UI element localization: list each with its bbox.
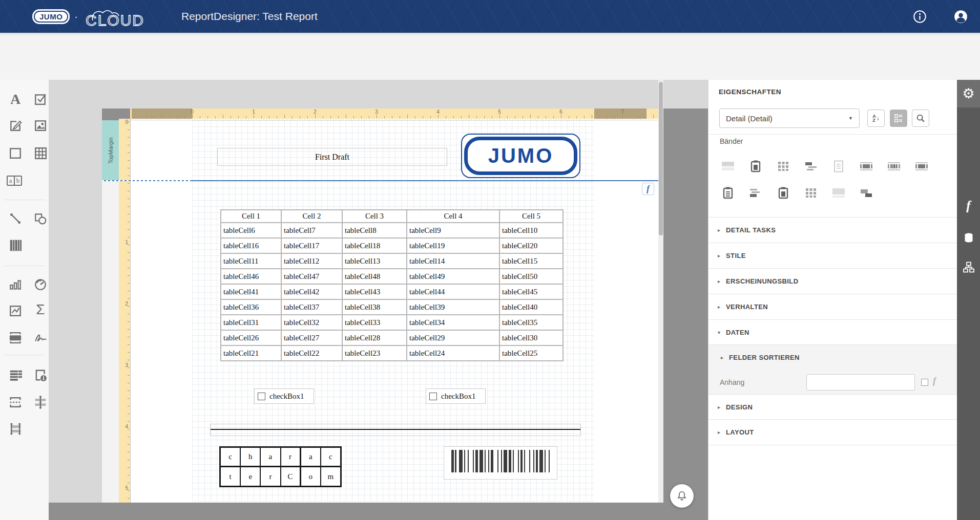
table-cell[interactable]: tableCell28 xyxy=(342,330,407,345)
table-cell[interactable]: tableCell8 xyxy=(342,223,407,238)
section-layout[interactable]: ▸ LAYOUT xyxy=(708,419,957,445)
table-cell[interactable]: tableCell9 xyxy=(407,223,499,238)
band-icon-detail-report[interactable] xyxy=(776,160,790,174)
table-header-cell[interactable]: Cell 5 xyxy=(499,210,563,223)
info-icon[interactable] xyxy=(913,10,927,24)
table-row[interactable]: tableCell21tableCell22tableCell23tableCe… xyxy=(221,345,563,361)
table-row[interactable]: tableCell11tableCell12tableCell13tableCe… xyxy=(221,253,563,269)
table-cell[interactable]: tableCell7 xyxy=(281,223,342,238)
table-cell[interactable]: tableCell26 xyxy=(221,330,281,345)
table-cell[interactable]: tableCell6 xyxy=(221,223,281,238)
table-header-cell[interactable]: Cell 2 xyxy=(281,210,342,223)
character-comb-tool-icon[interactable]: ab xyxy=(6,172,23,189)
table-cell[interactable]: tableCell36 xyxy=(221,299,281,315)
element-selector-dropdown[interactable]: Detail (Detail) ▼ xyxy=(719,109,860,128)
section-detail-tasks[interactable]: ▸ DETAIL TASKS xyxy=(708,217,957,243)
table-cell[interactable]: tableCell44 xyxy=(407,284,499,299)
table-header-cell[interactable]: Cell 3 xyxy=(342,210,407,223)
table-row[interactable]: tableCell46tableCell47tableCell48tableCe… xyxy=(221,269,563,284)
notifications-button[interactable] xyxy=(670,484,694,508)
design-canvas[interactable]: 01234567 012345 TopMargin f First Draft … xyxy=(49,80,708,520)
band-icon-sub-band[interactable] xyxy=(776,186,790,201)
band-icon-page-footer[interactable] xyxy=(887,160,901,174)
scrollbar-thumb[interactable] xyxy=(659,82,663,235)
table-cell[interactable]: tableCell22 xyxy=(281,345,342,361)
section-daten[interactable]: ▾ DATEN xyxy=(708,319,957,344)
table-header-cell[interactable]: Cell 4 xyxy=(407,210,499,223)
table-row[interactable]: tableCell26tableCell27tableCell28tableCe… xyxy=(221,330,563,345)
picture-tool-icon[interactable] xyxy=(32,117,49,134)
table-cell[interactable]: tableCell32 xyxy=(281,315,342,330)
page-break-tool-icon[interactable] xyxy=(7,394,24,410)
report-title-textbox[interactable]: First Draft xyxy=(217,148,447,166)
table-cell[interactable]: tableCell17 xyxy=(281,238,342,253)
comb-cell[interactable]: a xyxy=(301,447,321,467)
grouped-view-button[interactable] xyxy=(890,110,907,127)
rich-text-tool-icon[interactable] xyxy=(7,117,24,134)
table-cell[interactable]: tableCell43 xyxy=(342,284,407,299)
table-cell[interactable]: tableCell33 xyxy=(342,315,407,330)
report-logo-element[interactable]: JUMO xyxy=(461,134,580,178)
table-cell[interactable]: tableCell34 xyxy=(407,315,499,330)
pdf-content-tool-icon[interactable]: PDF xyxy=(7,330,24,346)
chart-tool-icon[interactable] xyxy=(7,276,24,293)
signature-tool-icon[interactable] xyxy=(32,330,49,346)
table-cell[interactable]: tableCell13 xyxy=(342,253,407,269)
comb-cell[interactable]: c xyxy=(220,447,240,467)
table-cell[interactable]: tableCell29 xyxy=(407,330,499,345)
table-tool-icon[interactable] xyxy=(32,145,49,161)
comb-cell[interactable]: C xyxy=(281,467,301,486)
band-icon-page-header[interactable] xyxy=(859,160,873,174)
table-cell[interactable]: tableCell49 xyxy=(407,269,499,284)
table-cell[interactable]: tableCell16 xyxy=(221,238,281,253)
table-cell[interactable]: tableCell35 xyxy=(499,315,563,330)
table-row[interactable]: tableCell31tableCell32tableCell33tableCe… xyxy=(221,315,563,330)
table-cell[interactable]: tableCell48 xyxy=(342,269,407,284)
comb-cell[interactable]: o xyxy=(301,467,321,486)
anhang-expression-icon[interactable]: f xyxy=(933,376,936,386)
label-tool-icon[interactable]: A xyxy=(7,91,24,107)
report-structure-rail-tab[interactable] xyxy=(957,257,980,277)
comb-cell[interactable]: m xyxy=(321,467,341,486)
band-icon-report-header[interactable] xyxy=(748,160,763,174)
table-cell[interactable]: tableCell40 xyxy=(499,299,563,315)
sparkline-tool-icon[interactable] xyxy=(7,302,24,319)
cross-band-line-tool-icon[interactable] xyxy=(32,394,49,410)
table-cell[interactable]: tableCell31 xyxy=(221,315,281,330)
user-account-icon[interactable] xyxy=(954,10,968,24)
table-cell[interactable]: tableCell18 xyxy=(342,238,407,253)
band-strip-topmargin[interactable]: TopMargin xyxy=(102,120,119,181)
table-cell[interactable]: tableCell27 xyxy=(281,330,342,345)
checkbox-element-1[interactable]: checkBox1 xyxy=(254,388,314,404)
barcode-tool-icon[interactable] xyxy=(7,237,24,253)
table-cell[interactable]: tableCell38 xyxy=(342,299,407,315)
comb-cell[interactable]: c xyxy=(321,447,341,467)
section-erscheinungsbild[interactable]: ▸ ERSCHEINUNGSBILD xyxy=(708,268,957,294)
band-icon-group-header[interactable] xyxy=(804,160,818,174)
gauge-tool-icon[interactable] xyxy=(32,276,49,293)
band-icon-group-footer[interactable] xyxy=(748,186,763,201)
table-cell[interactable]: tableCell14 xyxy=(407,253,499,269)
table-cell[interactable]: tableCell46 xyxy=(221,269,281,284)
section-verhalten[interactable]: ▸ VERHALTEN xyxy=(708,294,957,319)
summary-tool-icon[interactable]: Σ xyxy=(32,301,49,318)
anhang-input[interactable] xyxy=(806,374,915,391)
comb-cell[interactable]: h xyxy=(240,447,260,467)
table-cell[interactable]: tableCell45 xyxy=(499,284,563,299)
table-row[interactable]: tableCell36tableCell37tableCell38tableCe… xyxy=(221,299,563,315)
band-strip-detail[interactable] xyxy=(102,181,119,503)
checkbox-tool-icon[interactable] xyxy=(32,91,49,107)
comb-cell[interactable]: e xyxy=(240,467,260,486)
table-cell[interactable]: tableCell12 xyxy=(281,253,342,269)
band-icon-detail[interactable] xyxy=(831,160,846,174)
report-table[interactable]: Cell 1Cell 2Cell 3Cell 4Cell 5 tableCell… xyxy=(220,209,564,361)
table-cell[interactable]: tableCell39 xyxy=(407,299,499,315)
table-cell[interactable]: tableCell23 xyxy=(342,345,407,361)
band-icon-top-margin[interactable] xyxy=(721,160,735,174)
table-cell[interactable]: tableCell19 xyxy=(407,238,499,253)
barcode-element[interactable] xyxy=(444,446,557,480)
comb-cell[interactable]: t xyxy=(220,467,240,486)
table-row[interactable]: tableCell16tableCell17tableCell18tableCe… xyxy=(221,238,563,253)
shape-tool-icon[interactable] xyxy=(32,210,49,227)
line-element[interactable] xyxy=(210,424,581,436)
